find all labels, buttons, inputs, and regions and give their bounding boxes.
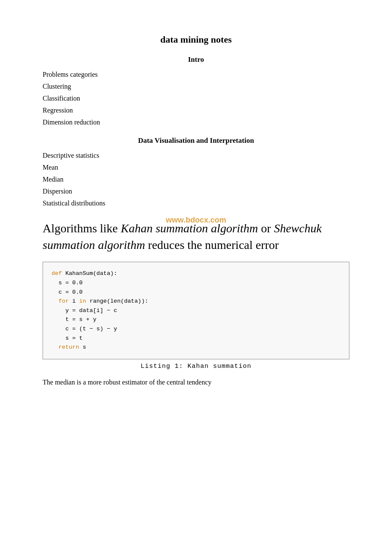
code-line: s = t	[52, 334, 340, 343]
list-item: Classification	[43, 95, 349, 102]
intro-heading: Intro	[43, 55, 349, 64]
code-line: t = s + y	[52, 315, 340, 324]
code-line: c = 0.0	[52, 288, 340, 297]
algo-heading: Algorithms like Kahan summation algorith…	[43, 220, 349, 253]
page-title: data mining notes	[43, 34, 349, 45]
data-vis-heading: Data Visualisation and Interpretation	[43, 136, 349, 145]
code-line: def KahanSum(data):	[52, 269, 340, 278]
list-item: Dimension reduction	[43, 119, 349, 126]
list-item-descriptive: Descriptive statistics	[43, 152, 349, 159]
code-line: return s	[52, 343, 340, 352]
algo-section: www.bdocx.com Algorithms like Kahan summ…	[43, 220, 349, 253]
code-line: y = data[i] − c	[52, 306, 340, 315]
list-item: Regression	[43, 107, 349, 114]
list-item: Problems categories	[43, 71, 349, 78]
list-item-dispersion: Dispersion	[43, 188, 349, 195]
listing-caption: Listing 1: Kahan summation	[43, 363, 349, 370]
intro-section: Intro Problems categories Clustering Cla…	[43, 55, 349, 126]
code-line: for i in range(len(data)):	[52, 297, 340, 306]
data-vis-section: Data Visualisation and Interpretation De…	[43, 136, 349, 207]
list-item-statistical: Statistical distributions	[43, 199, 349, 207]
list-item: Clustering	[43, 83, 349, 90]
code-line: c = (t − s) − y	[52, 324, 340, 334]
body-text: The median is a more robust estimator of…	[43, 379, 349, 386]
code-line: s = 0.0	[52, 278, 340, 288]
list-item-median: Median	[43, 176, 349, 183]
list-item-mean: Mean	[43, 164, 349, 171]
code-block: def KahanSum(data): s = 0.0 c = 0.0 for …	[43, 262, 349, 359]
